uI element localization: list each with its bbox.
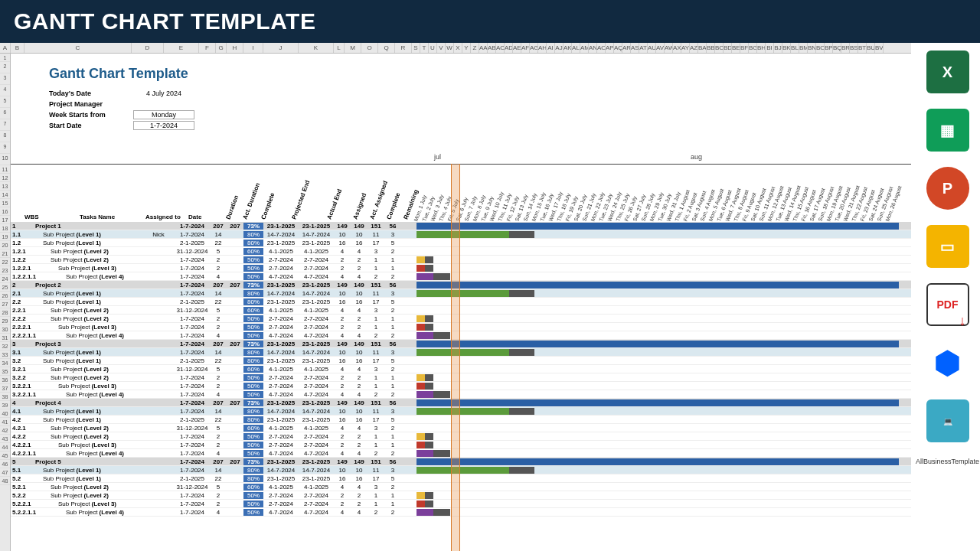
hdr-wbs: WBS — [24, 214, 39, 220]
hdr-date: Date — [188, 214, 201, 220]
hdr-actual-end: Actual End — [326, 188, 344, 220]
meta-pm-label: Project Manager — [49, 100, 133, 108]
table-row[interactable]: 2Project 21-7-202420720773%23-1-202523-1… — [11, 281, 911, 289]
app-icons-sidebar: X ▦ P ▭ PDF↓ ⬢ 💻 AllBusinessTemplate — [915, 43, 980, 551]
hdr-complete: Complete — [260, 192, 276, 220]
table-row[interactable]: 4.2.2Sub Project (Level 2)1-7-2024250%2-… — [11, 432, 911, 441]
table-row[interactable]: 5.2.2Sub Project (Level 2)1-7-2024250%2-… — [11, 491, 911, 500]
page-banner: GANTT CHART TEMPLATE — [0, 0, 980, 43]
google-sheets-icon[interactable]: ▦ — [926, 109, 969, 152]
meta-block: Today's Date4 July 2024 Project Manager … — [11, 88, 911, 131]
sheet-content: Gantt Chart Template Today's Date4 July … — [11, 54, 911, 551]
table-row[interactable]: 1.1Sub Project (Level 1)Nick1-7-20241480… — [11, 230, 911, 239]
powerpoint-icon[interactable]: P — [926, 167, 969, 210]
abt-label: AllBusinessTemplate — [916, 458, 979, 465]
meta-week-label: Week Starts from — [49, 111, 133, 119]
hdr-assigned-to: Assigned to — [145, 214, 181, 220]
table-row[interactable]: 1.2.2.1.1Sub Project (Level 4)1-7-202445… — [11, 272, 911, 281]
meta-week-value[interactable]: Monday — [133, 110, 194, 119]
hdr-complete2: Complete — [386, 192, 402, 220]
table-row[interactable]: 4.2.1Sub Project (Level 2)31-12-2024560%… — [11, 424, 911, 432]
banner-text: GANTT CHART TEMPLATE — [14, 8, 315, 34]
hdr-duration: Duration — [225, 194, 240, 220]
meta-start-label: Start Date — [49, 122, 133, 129]
table-row[interactable]: 4.2.2.1Sub Project (Level 3)1-7-2024250%… — [11, 441, 911, 449]
table-row[interactable]: 2.1Sub Project (Level 1)1-7-20241480%14-… — [11, 289, 911, 298]
allbusinesstemplates-icon[interactable]: 💻 — [926, 399, 969, 442]
sheet-title: Gantt Chart Template — [11, 54, 911, 88]
table-row[interactable]: 5.1Sub Project (Level 1)1-7-20241480%14-… — [11, 466, 911, 474]
row-numbers: 1234567891011121314151617181920212223242… — [0, 54, 11, 551]
table-row[interactable]: 3.1Sub Project (Level 1)1-7-20241480%14-… — [11, 348, 911, 357]
meta-today-value: 4 July 2024 — [133, 90, 194, 97]
table-row[interactable]: 3Project 31-7-202420720773%23-1-202523-1… — [11, 340, 911, 348]
table-row[interactable]: 2.2.2.1Sub Project (Level 3)1-7-2024250%… — [11, 323, 911, 331]
table-row[interactable]: 2.2.2Sub Project (Level 2)1-7-2024250%2-… — [11, 315, 911, 323]
hdr-act-duration: Act. Duration — [242, 182, 262, 220]
meta-start-value[interactable]: 1-7-2024 — [133, 121, 194, 130]
table-row[interactable]: 1.2.1Sub Project (Level 2)31-12-2024560%… — [11, 247, 911, 256]
table-row[interactable]: 3.2Sub Project (Level 1)2-1-20252280%23-… — [11, 357, 911, 365]
table-row[interactable]: 3.2.2.1Sub Project (Level 3)1-7-2024250%… — [11, 382, 911, 390]
today-marker — [451, 164, 460, 551]
table-row[interactable]: 2.2.2.1.1Sub Project (Level 4)1-7-202445… — [11, 331, 911, 340]
table-row[interactable]: 4.2Sub Project (Level 1)2-1-20252280%23-… — [11, 416, 911, 424]
dropbox-icon[interactable]: ⬢ — [926, 341, 969, 384]
excel-icon[interactable]: X — [926, 51, 969, 93]
table-row[interactable]: 5.2.1Sub Project (Level 2)31-12-2024560%… — [11, 483, 911, 491]
table-row[interactable]: 3.2.1Sub Project (Level 2)31-12-2024560%… — [11, 365, 911, 373]
table-row[interactable]: 3.2.2.1.1Sub Project (Level 4)1-7-202445… — [11, 390, 911, 399]
table-row[interactable]: 5.2.2.1.1Sub Project (Level 4)1-7-202445… — [11, 508, 911, 517]
hdr-assigned: Assigned — [352, 192, 368, 220]
table-row[interactable]: 5Project 51-7-202420720773%23-1-202523-1… — [11, 458, 911, 466]
table-row[interactable]: 5.2Sub Project (Level 1)2-1-20252280%23-… — [11, 474, 911, 483]
table-headers: WBS Tasks Name Assigned to Date Duration… — [11, 168, 416, 222]
table-row[interactable]: 3.2.2Sub Project (Level 2)1-7-2024250%2-… — [11, 373, 911, 382]
table-row[interactable]: 4Project 41-7-202420720773%23-1-202523-1… — [11, 399, 911, 407]
column-headers: ABCDEFGHIJKLMOQRSTUVWXYZAAABACADAEAFAGAH… — [0, 43, 911, 54]
table-row[interactable]: 1Project 11-7-202420720773%23-1-202523-1… — [11, 222, 911, 230]
pdf-icon[interactable]: PDF↓ — [926, 283, 969, 326]
header-rule — [11, 164, 911, 165]
table-row[interactable]: 1.2.2Sub Project (Level 2)1-7-2024250%2-… — [11, 256, 911, 264]
table-row[interactable]: 2.2.1Sub Project (Level 2)31-12-2024560%… — [11, 306, 911, 315]
table-row[interactable]: 4.2.2.1.1Sub Project (Level 4)1-7-202445… — [11, 449, 911, 458]
data-rows: 1Project 11-7-202420720773%23-1-202523-1… — [11, 222, 911, 517]
hdr-task: Tasks Name — [80, 214, 115, 220]
month-jul: jul — [434, 153, 441, 161]
table-row[interactable]: 1.2Sub Project (Level 1)2-1-20252280%23-… — [11, 239, 911, 247]
table-row[interactable]: 2.2Sub Project (Level 1)2-1-20252280%23-… — [11, 298, 911, 306]
meta-today-label: Today's Date — [49, 90, 133, 97]
hdr-projected-end: Projected End — [291, 179, 312, 220]
spreadsheet-area: ABCDEFGHIJKLMOQRSTUVWXYZAAABACADAEAFAGAH… — [0, 43, 911, 551]
table-row[interactable]: 5.2.2.1Sub Project (Level 3)1-7-2024250%… — [11, 500, 911, 508]
date-headers: Mon, 1 JulyTue, 2 JulyWed, 3 JulyThu, 4 … — [416, 168, 911, 222]
google-slides-icon[interactable]: ▭ — [926, 225, 969, 268]
table-row[interactable]: 1.2.2.1Sub Project (Level 3)1-7-2024250%… — [11, 264, 911, 272]
table-row[interactable]: 4.1Sub Project (Level 1)1-7-20241480%14-… — [11, 407, 911, 416]
month-aug: aug — [691, 153, 702, 161]
